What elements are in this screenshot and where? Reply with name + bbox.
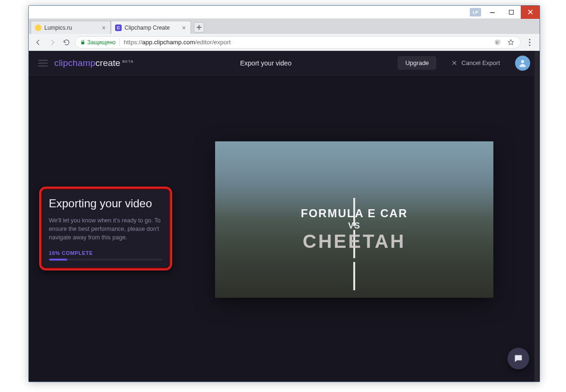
menu-button[interactable] bbox=[38, 60, 48, 66]
svg-point-3 bbox=[529, 39, 530, 40]
video-preview: FORMULA E CAR VS CHEETAH bbox=[215, 141, 493, 298]
close-icon: ✕ bbox=[451, 59, 458, 67]
export-progress-track bbox=[49, 259, 162, 261]
address-bar: Защищено https://app.clipchamp.com/edito… bbox=[29, 34, 540, 51]
svg-point-6 bbox=[521, 60, 524, 63]
app-header: clipchampcreate BETA Export your video U… bbox=[29, 51, 540, 75]
window-titlebar: LP bbox=[29, 6, 540, 19]
export-progress-fill bbox=[49, 259, 67, 261]
window-maximize-button[interactable] bbox=[502, 6, 521, 19]
browser-window: LP Lumpics.ru × C Clipchamp Create × bbox=[28, 5, 540, 382]
svg-rect-1 bbox=[509, 10, 514, 14]
export-card-heading: Exporting your video bbox=[49, 196, 162, 211]
lock-icon bbox=[80, 40, 85, 45]
export-card: Exporting your video We'll let you know … bbox=[42, 190, 169, 267]
favicon-lumpics bbox=[35, 24, 42, 31]
bookmark-star-icon[interactable] bbox=[506, 38, 516, 47]
avatar[interactable] bbox=[515, 56, 530, 71]
svg-rect-0 bbox=[490, 12, 495, 13]
page-scrollbar[interactable] bbox=[534, 51, 540, 382]
svg-point-5 bbox=[529, 44, 530, 46]
svg-point-4 bbox=[529, 41, 530, 43]
divider bbox=[119, 39, 120, 46]
scrollbar-thumb[interactable] bbox=[535, 51, 539, 382]
chat-icon bbox=[513, 353, 524, 364]
export-card-body: We'll let you know when it's ready to go… bbox=[49, 216, 162, 242]
nav-forward-button[interactable] bbox=[47, 37, 58, 48]
secure-indicator: Защищено bbox=[80, 39, 116, 46]
browser-menu-button[interactable] bbox=[524, 39, 536, 46]
cancel-export-button[interactable]: ✕ Cancel Export bbox=[451, 59, 500, 67]
url-text: https://app.clipchamp.com/editor/export bbox=[124, 39, 231, 46]
app-body: Exporting your video We'll let you know … bbox=[29, 75, 540, 382]
upgrade-button[interactable]: Upgrade bbox=[398, 56, 436, 70]
page-title: Export your video bbox=[140, 59, 391, 67]
tab-strip: Lumpics.ru × C Clipchamp Create × bbox=[29, 19, 540, 34]
tab-close-icon[interactable]: × bbox=[181, 24, 187, 32]
secure-label: Защищено bbox=[87, 39, 116, 46]
window-close-button[interactable] bbox=[521, 6, 540, 19]
brand-logo[interactable]: clipchampcreate BETA bbox=[54, 58, 133, 68]
cancel-export-label: Cancel Export bbox=[461, 59, 500, 66]
left-rail: Exporting your video We'll let you know … bbox=[29, 75, 182, 382]
favicon-clipchamp: C bbox=[115, 24, 122, 31]
window-minimize-button[interactable] bbox=[483, 6, 502, 19]
translate-icon[interactable]: 文 bbox=[493, 38, 502, 47]
tab-close-icon[interactable]: × bbox=[101, 24, 107, 32]
browser-tab-clipchamp[interactable]: C Clipchamp Create × bbox=[111, 21, 191, 34]
svg-text:文: 文 bbox=[495, 41, 499, 44]
new-tab-button[interactable] bbox=[194, 22, 204, 33]
nav-reload-button[interactable] bbox=[61, 37, 72, 48]
tab-title: Lumpics.ru bbox=[44, 24, 98, 31]
app-page: clipchampcreate BETA Export your video U… bbox=[29, 51, 540, 382]
export-progress-label: 16% COMPLETE bbox=[49, 250, 162, 256]
chat-help-button[interactable] bbox=[508, 348, 529, 369]
preview-area: FORMULA E CAR VS CHEETAH bbox=[182, 75, 540, 382]
video-overlay-text: FORMULA E CAR VS CHEETAH bbox=[215, 207, 493, 252]
export-card-highlight: Exporting your video We'll let you know … bbox=[39, 187, 172, 270]
tab-title: Clipchamp Create bbox=[125, 24, 178, 31]
user-icon bbox=[518, 58, 527, 68]
nav-back-button[interactable] bbox=[33, 37, 44, 48]
user-badge[interactable]: LP bbox=[470, 8, 481, 16]
browser-tab-lumpics[interactable]: Lumpics.ru × bbox=[31, 21, 111, 34]
url-field[interactable]: Защищено https://app.clipchamp.com/edito… bbox=[75, 36, 521, 49]
